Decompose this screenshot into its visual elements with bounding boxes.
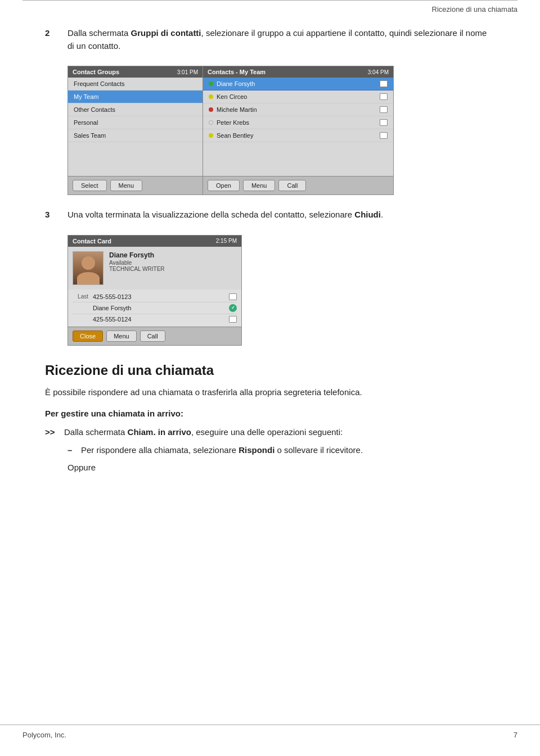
panel-right-footer: Open Menu Call — [203, 176, 393, 194]
card-body: Diane Forsyth Available TECHNICAL WRITER — [68, 247, 241, 289]
contact-card-role: TECHNICAL WRITER — [109, 266, 237, 272]
section-intro: È possibile rispondere ad una chiamata o… — [45, 386, 495, 399]
menu-button-right[interactable]: Menu — [243, 180, 276, 191]
list-item[interactable]: Ken Circeo — [203, 90, 393, 103]
dash-marker: – — [68, 444, 75, 457]
menu-button-card[interactable]: Menu — [106, 331, 137, 342]
panel-right-header: Contacts - My Team 3:04 PM — [203, 66, 393, 78]
status-dot-yellow2 — [209, 133, 213, 138]
list-item[interactable]: Peter Krebs — [203, 116, 393, 129]
panel-right-title: Contacts - My Team — [208, 69, 266, 75]
step2-bold1: Gruppi di contatti — [131, 28, 201, 38]
list-item: Sales Team — [68, 129, 202, 142]
detail-row-3: 425-555-0124 — [73, 314, 237, 324]
arrow-marker: >> — [45, 426, 58, 439]
contact-photo-person — [73, 252, 103, 284]
oppure-text: Oppure — [68, 463, 495, 472]
contact-photo — [73, 251, 104, 285]
page-footer: Polycom, Inc. 7 — [0, 725, 540, 745]
contact-groups-list: Frequent Contacts My Team Other Contacts… — [68, 78, 202, 142]
detail-check-icon: ✓ — [229, 304, 237, 312]
arrow-bold-arrivo: in arrivo — [158, 427, 191, 437]
status-dot-yellow — [209, 94, 213, 99]
contact-name: Peter Krebs — [217, 119, 249, 126]
panel-left-footer: Select Menu — [68, 176, 202, 194]
dash-bold-rispondi: Rispondi — [238, 445, 274, 455]
menu-button[interactable]: Menu — [110, 180, 143, 191]
contacts-list: Diane Forsyth Ken Circeo Michele Martin … — [203, 78, 393, 142]
detail-label-last: Last — [73, 293, 88, 300]
detail-value-name: Diane Forsyth — [93, 305, 224, 311]
arrow-list: >> Dalla schermata Chiam. in arrivo, ese… — [45, 426, 495, 439]
contact-card-icon — [380, 93, 388, 100]
contact-name: Sean Bentley — [217, 132, 253, 139]
list-item: Personal — [68, 116, 202, 129]
card-details: Last 425-555-0123 Diane Forsyth ✓ 425-55… — [68, 289, 241, 327]
step3-bold-chiudi: Chiudi — [354, 210, 381, 219]
close-button[interactable]: Close — [73, 331, 103, 342]
dash-item-text: Per rispondere alla chiamata, selezionar… — [81, 444, 363, 457]
instruction-label: Per gestire una chiamata in arrivo: — [45, 408, 495, 420]
call-button-card[interactable]: Call — [140, 331, 165, 342]
status-dot-green — [209, 82, 213, 86]
header-title: Ricezione di una chiamata — [432, 5, 518, 13]
card-title: Contact Card — [73, 238, 111, 245]
list-item: Other Contacts — [68, 103, 202, 116]
instruction-label-text: Per gestire una chiamata in arrivo: — [45, 409, 183, 418]
contact-card-status: Available — [109, 260, 237, 266]
contact-name: Diane Forsyth — [217, 80, 255, 87]
page-header: Ricezione di una chiamata — [0, 1, 540, 16]
select-button[interactable]: Select — [73, 180, 107, 191]
list-item: Frequent Contacts — [68, 78, 202, 90]
open-button[interactable]: Open — [208, 180, 240, 191]
step-3-block: 3 Una volta terminata la visualizzazione… — [45, 209, 495, 221]
status-dot-red — [209, 107, 213, 112]
list-item[interactable]: Diane Forsyth — [203, 78, 393, 90]
panel-left-title: Contact Groups — [73, 69, 119, 75]
panel-contacts-myteam: Contacts - My Team 3:04 PM Diane Forsyth… — [203, 66, 393, 194]
panel-left-time: 3:01 PM — [177, 69, 198, 75]
footer-page-number: 7 — [514, 731, 518, 739]
dash-list: – Per rispondere alla chiamata, selezion… — [68, 444, 495, 457]
card-header: Contact Card 2:15 PM — [68, 236, 241, 247]
contact-card-icon — [380, 132, 388, 139]
status-dot-gray — [209, 120, 213, 125]
step-2-number: 2 — [45, 27, 56, 38]
main-content: 2 Dalla schermata Gruppi di contatti, se… — [0, 16, 540, 495]
step-2-block: 2 Dalla schermata Gruppi di contatti, se… — [45, 27, 495, 52]
contact-name: Ken Circeo — [217, 93, 247, 100]
contact-card-icon — [380, 80, 388, 87]
panel-right-time: 3:04 PM — [368, 69, 389, 75]
detail-row-1: Last 425-555-0123 — [73, 292, 237, 302]
card-footer: Close Menu Call — [68, 327, 241, 345]
step-2-text: Dalla schermata Gruppi di contatti, sele… — [68, 27, 495, 52]
call-button[interactable]: Call — [278, 180, 306, 191]
arrow-list-item: >> Dalla schermata Chiam. in arrivo, ese… — [45, 426, 495, 439]
step-3-text: Una volta terminata la visualizzazione d… — [68, 209, 383, 221]
detail-card-icon-2 — [229, 316, 237, 323]
card-time: 2:15 PM — [216, 238, 237, 244]
section-heading: Ricezione di una chiamata — [45, 363, 495, 378]
list-item[interactable]: Michele Martin — [203, 103, 393, 116]
panel-left-header: Contact Groups 3:01 PM — [68, 66, 202, 78]
contact-card-icon — [380, 119, 388, 126]
panel-contact-groups: Contact Groups 3:01 PM Frequent Contacts… — [68, 66, 203, 194]
detail-value-phone2: 425-555-0124 — [93, 316, 224, 323]
list-item[interactable]: My Team — [68, 90, 202, 103]
contact-card-icon — [380, 106, 388, 113]
footer-company: Polycom, Inc. — [22, 731, 66, 739]
card-info: Diane Forsyth Available TECHNICAL WRITER — [109, 251, 237, 285]
detail-value-phone1: 425-555-0123 — [93, 293, 224, 300]
contact-card-name: Diane Forsyth — [109, 251, 237, 259]
detail-card-icon-1 — [229, 293, 237, 300]
list-item[interactable]: Sean Bentley — [203, 129, 393, 142]
screenshot-contact-card: Contact Card 2:15 PM Diane Forsyth Avail… — [68, 235, 242, 346]
screenshot-contact-groups: Contact Groups 3:01 PM Frequent Contacts… — [68, 66, 394, 195]
arrow-item-text: Dalla schermata Chiam. in arrivo, esegui… — [64, 426, 343, 439]
step-3-number: 3 — [45, 209, 56, 219]
contact-name: Michele Martin — [217, 106, 257, 113]
arrow-bold-chiam: Chiam. — [128, 427, 156, 437]
detail-row-2: Diane Forsyth ✓ — [73, 302, 237, 314]
dash-list-item: – Per rispondere alla chiamata, selezion… — [68, 444, 495, 457]
